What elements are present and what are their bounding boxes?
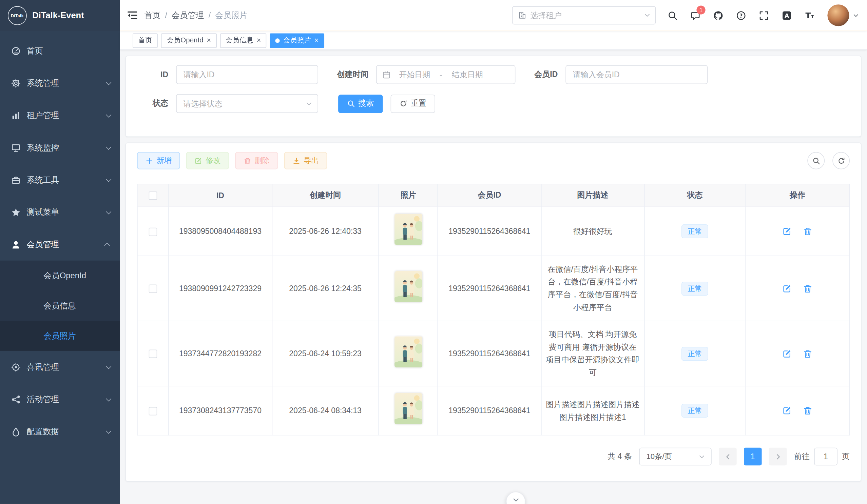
app-logo[interactable]: DiTalk DiTalk-Event bbox=[0, 0, 120, 31]
edit-row-icon[interactable] bbox=[783, 349, 792, 358]
delete-row-icon[interactable] bbox=[803, 227, 812, 236]
header-message-button[interactable]: 1 bbox=[689, 9, 702, 21]
page-number-current[interactable]: 1 bbox=[744, 448, 762, 466]
plus-icon bbox=[146, 156, 153, 164]
breadcrumb-member-management[interactable]: 会员管理 bbox=[172, 10, 204, 21]
toggle-search-button[interactable] bbox=[807, 152, 825, 169]
member-photo-thumbnail[interactable] bbox=[395, 214, 422, 245]
edit-row-icon[interactable] bbox=[783, 227, 792, 236]
sidebar-item-config-data[interactable]: 配置数据 bbox=[0, 415, 120, 447]
sidebar-item-activity-management[interactable]: 活动管理 bbox=[0, 383, 120, 415]
start-date-input[interactable] bbox=[391, 70, 439, 79]
add-button[interactable]: 新增 bbox=[137, 152, 180, 169]
user-avatar[interactable] bbox=[827, 4, 849, 26]
status-filter-select[interactable] bbox=[176, 94, 318, 113]
header-github-button[interactable] bbox=[712, 9, 724, 21]
github-icon bbox=[713, 10, 724, 20]
tenant-select[interactable]: 选择租户 bbox=[512, 6, 656, 24]
breadcrumb-separator: / bbox=[165, 11, 167, 20]
refresh-icon bbox=[399, 100, 407, 108]
modify-button[interactable]: 修改 bbox=[186, 152, 229, 169]
tab-member-openid[interactable]: 会员OpenId × bbox=[161, 33, 217, 48]
page-size-select[interactable]: 10条/页 bbox=[639, 448, 711, 466]
tab-member-photos[interactable]: 会员照片 × bbox=[270, 33, 324, 48]
member-id-filter-label: 会员ID bbox=[534, 69, 566, 80]
cell-id: 1937308243137773570 bbox=[169, 386, 272, 435]
delete-row-icon[interactable] bbox=[803, 406, 812, 416]
sidebar-item-system-monitor[interactable]: 系统监控 bbox=[0, 132, 120, 164]
reset-button[interactable]: 重置 bbox=[391, 94, 435, 112]
header-actions: 选择租户 1 bbox=[512, 4, 859, 26]
sidebar-item-member-management[interactable]: 会员管理 bbox=[0, 228, 120, 261]
header-language-button[interactable] bbox=[781, 9, 793, 21]
sidebar-item-system-tools[interactable]: 系统工具 bbox=[0, 164, 120, 196]
dashboard-icon bbox=[11, 46, 21, 56]
status-select-input[interactable] bbox=[176, 94, 318, 113]
status-badge: 正常 bbox=[682, 281, 708, 295]
member-photo-thumbnail[interactable] bbox=[395, 393, 422, 424]
sidebar-item-tenant-management[interactable]: 租户管理 bbox=[0, 99, 120, 131]
prev-page-button[interactable] bbox=[719, 448, 737, 466]
search-button[interactable]: 搜索 bbox=[338, 94, 383, 112]
user-menu[interactable] bbox=[827, 4, 859, 26]
sidebar-item-member-openid[interactable]: 会员OpenId bbox=[0, 261, 120, 291]
header-fontsize-button[interactable] bbox=[804, 9, 816, 21]
export-button[interactable]: 导出 bbox=[284, 152, 327, 169]
toolbox-icon bbox=[11, 175, 21, 185]
column-header-status: 状态 bbox=[644, 184, 746, 207]
sidebar-toggle-button[interactable] bbox=[120, 0, 144, 31]
delete-button[interactable]: 删除 bbox=[235, 152, 278, 169]
chevron-down-icon bbox=[106, 144, 111, 150]
status-badge: 正常 bbox=[682, 224, 708, 238]
member-id-filter-input[interactable] bbox=[566, 65, 708, 84]
sidebar-item-test-menu[interactable]: 测试菜单 bbox=[0, 196, 120, 228]
caret-down-icon bbox=[853, 12, 859, 19]
delete-row-icon[interactable] bbox=[803, 284, 812, 293]
refresh-table-button[interactable] bbox=[832, 152, 850, 169]
table-row: 1938095008404488193 2025-06-26 12:40:33 … bbox=[137, 207, 849, 256]
table-panel: 新增 修改 删除 导出 bbox=[126, 143, 861, 482]
edit-row-icon[interactable] bbox=[783, 406, 792, 416]
date-range-separator: - bbox=[439, 70, 443, 79]
cell-id: 1938095008404488193 bbox=[169, 207, 272, 256]
header-help-button[interactable] bbox=[735, 9, 747, 21]
edit-row-icon[interactable] bbox=[783, 284, 792, 293]
next-page-button[interactable] bbox=[769, 448, 787, 466]
fold-menu-icon bbox=[127, 10, 137, 21]
app-logo-icon: DiTalk bbox=[8, 6, 27, 25]
tab-home[interactable]: 首页 bbox=[132, 33, 158, 48]
sidebar-item-goodnews-management[interactable]: 喜讯管理 bbox=[0, 351, 120, 383]
id-filter-input[interactable] bbox=[176, 65, 318, 84]
cell-description: 项目代码、文档 均开源免费可商用 遵循开源协议在项目中保留开源协议文件即可 bbox=[541, 321, 644, 386]
header-search-button[interactable] bbox=[666, 9, 679, 21]
sidebar-item-member-info[interactable]: 会员信息 bbox=[0, 291, 120, 321]
sidebar-item-home[interactable]: 首页 bbox=[0, 35, 120, 67]
row-checkbox[interactable] bbox=[149, 407, 157, 415]
member-photo-thumbnail[interactable] bbox=[395, 271, 422, 302]
chevron-down-icon bbox=[106, 428, 111, 434]
reset-button-label: 重置 bbox=[411, 99, 426, 109]
goto-page-input[interactable] bbox=[814, 448, 837, 466]
member-photo-thumbnail[interactable] bbox=[395, 336, 422, 367]
end-date-input[interactable] bbox=[443, 70, 491, 79]
chevron-down-icon bbox=[106, 363, 111, 369]
cell-created: 2025-06-26 12:24:35 bbox=[272, 256, 379, 321]
sidebar-item-member-photos[interactable]: 会员照片 bbox=[0, 321, 120, 351]
row-checkbox[interactable] bbox=[149, 350, 157, 358]
breadcrumb-home[interactable]: 首页 bbox=[144, 10, 160, 21]
chevron-right-icon bbox=[774, 453, 782, 460]
select-all-checkbox[interactable] bbox=[149, 192, 157, 200]
created-time-range-picker[interactable]: - bbox=[376, 65, 516, 84]
sidebar-item-system-management[interactable]: 系统管理 bbox=[0, 67, 120, 99]
chart-icon bbox=[11, 110, 21, 120]
tab-member-info[interactable]: 会员信息 × bbox=[220, 33, 266, 48]
row-checkbox[interactable] bbox=[149, 228, 157, 236]
row-checkbox[interactable] bbox=[149, 285, 157, 293]
close-icon[interactable]: × bbox=[314, 36, 319, 44]
tab-label: 会员OpenId bbox=[167, 36, 203, 45]
header-fullscreen-button[interactable] bbox=[758, 9, 770, 21]
close-icon[interactable]: × bbox=[257, 36, 261, 44]
close-icon[interactable]: × bbox=[206, 36, 211, 44]
delete-row-icon[interactable] bbox=[803, 349, 812, 358]
sidebar-item-label: 活动管理 bbox=[27, 394, 106, 404]
